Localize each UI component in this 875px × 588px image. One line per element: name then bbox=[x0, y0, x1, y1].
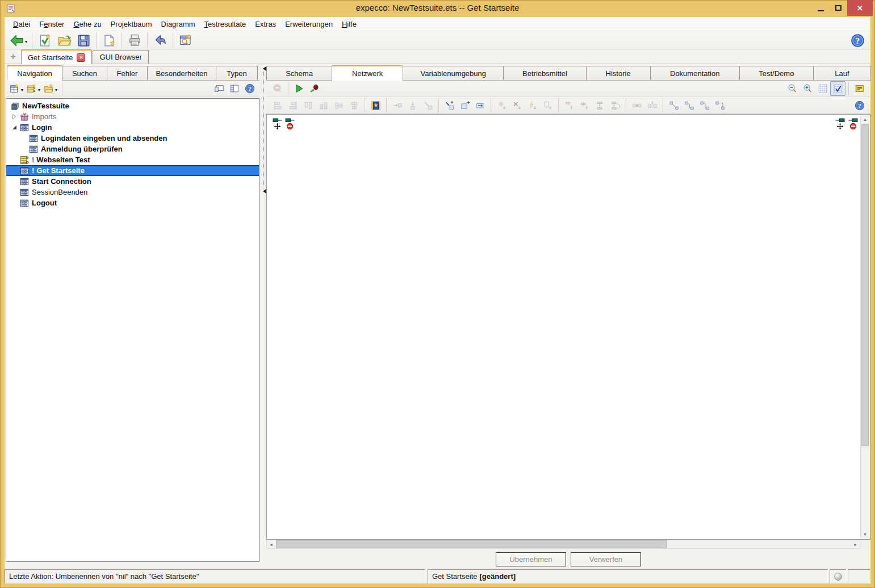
left-tab-fehler[interactable]: Fehler bbox=[107, 66, 148, 80]
undo-button[interactable] bbox=[150, 32, 170, 49]
tree-item-login[interactable]: Login bbox=[6, 122, 259, 133]
tree-expander-collapsed[interactable] bbox=[11, 114, 18, 119]
right-tab-variablenumgebung[interactable]: Variablenumgebung bbox=[403, 66, 504, 80]
horizontal-scroll-thumb[interactable] bbox=[276, 540, 667, 548]
add-tab-button[interactable]: + bbox=[7, 51, 19, 62]
horizontal-scrollbar[interactable] bbox=[266, 540, 860, 549]
pin-move-pin[interactable] bbox=[273, 117, 282, 130]
menu-projektbaum[interactable]: Projektbaum bbox=[106, 18, 157, 30]
new-steps-button[interactable] bbox=[25, 81, 42, 96]
new-folder-button[interactable] bbox=[42, 81, 59, 96]
print-button[interactable] bbox=[125, 32, 144, 49]
detach-window-button[interactable] bbox=[211, 81, 227, 96]
run-button[interactable] bbox=[291, 81, 307, 96]
close-icon bbox=[857, 3, 863, 13]
scroll-left-icon[interactable] bbox=[267, 540, 275, 548]
line-ortho-icon bbox=[715, 100, 725, 111]
split-window-button[interactable] bbox=[227, 81, 242, 96]
right-tab-schema[interactable]: Schema bbox=[266, 66, 332, 80]
toolbar-separator bbox=[122, 32, 122, 48]
add-input-pin-button[interactable] bbox=[442, 98, 457, 113]
right-tab-historie[interactable]: Historie bbox=[586, 66, 651, 80]
tree-item-webseiten-test[interactable]: !Webseiten Test bbox=[6, 154, 259, 165]
left-tab-besonderheiten[interactable]: Besonderheiten bbox=[147, 66, 216, 80]
tree-item-newtestsuite[interactable]: NewTestsuite bbox=[6, 100, 259, 111]
grid-button[interactable] bbox=[815, 81, 830, 96]
scroll-up-icon[interactable] bbox=[861, 115, 869, 124]
right-tab-lauf[interactable]: Lauf bbox=[813, 66, 871, 80]
left-tab-navigation[interactable]: Navigation bbox=[7, 65, 62, 81]
tree-item-imports[interactable]: Imports bbox=[6, 111, 259, 122]
menu-hilfe[interactable]: Hilfe bbox=[337, 18, 361, 30]
discard-button[interactable]: Verwerfen bbox=[571, 552, 641, 566]
back-arrow-button[interactable] bbox=[8, 32, 29, 49]
line-ortho-button[interactable] bbox=[712, 98, 727, 113]
tab-label: Get Startseite bbox=[28, 53, 73, 62]
right-tab-test-demo[interactable]: Test/Demo bbox=[739, 66, 814, 80]
maximize-button[interactable] bbox=[830, 0, 847, 16]
tree-item-anmeldung-berpr-fen[interactable]: Anmeldung überprüfen bbox=[6, 144, 259, 154]
new-check-document-button[interactable] bbox=[35, 32, 55, 49]
pin-block-pin[interactable] bbox=[848, 117, 858, 130]
new-document-icon bbox=[102, 33, 116, 48]
menu-diagramm[interactable]: Diagramm bbox=[157, 18, 200, 30]
debug-button[interactable] bbox=[307, 81, 322, 96]
tree-item-logout[interactable]: Logout bbox=[6, 198, 259, 208]
tree-item-label: Get Startseite bbox=[36, 166, 85, 175]
right-tab-betriebsmittel[interactable]: Betriebsmittel bbox=[503, 66, 586, 80]
menu-gehe-zu[interactable]: Gehe zu bbox=[69, 18, 106, 30]
align-top-icon bbox=[303, 100, 313, 111]
close-button[interactable] bbox=[847, 0, 873, 16]
menu-testresultate[interactable]: Testresultate bbox=[200, 18, 251, 30]
right-tab-netzwerk[interactable]: Netzwerk bbox=[332, 65, 403, 81]
scroll-right-icon[interactable] bbox=[851, 540, 860, 548]
vertical-scrollbar[interactable] bbox=[860, 115, 869, 539]
add-block-button[interactable] bbox=[457, 98, 472, 113]
menu-datei[interactable]: Datei bbox=[9, 18, 35, 30]
scroll-down-icon[interactable] bbox=[861, 530, 869, 539]
pin-move-pin[interactable] bbox=[835, 117, 845, 130]
minimize-button[interactable] bbox=[812, 0, 830, 16]
panel-splitter[interactable] bbox=[260, 66, 266, 194]
grid-snap-button[interactable] bbox=[830, 81, 845, 96]
line-direct-button[interactable] bbox=[666, 98, 681, 113]
help-button[interactable]: ? bbox=[848, 32, 867, 49]
line-curve-button[interactable] bbox=[681, 98, 697, 113]
line-curve-icon bbox=[684, 100, 694, 111]
apply-button[interactable]: Übernehmen bbox=[496, 552, 566, 566]
open-folder-button[interactable] bbox=[55, 32, 74, 49]
tree-item-sessionbeenden[interactable]: SessionBeenden bbox=[6, 187, 259, 198]
editor-tab-get-startseite[interactable]: Get Startseite bbox=[21, 49, 92, 64]
right-tab-dokumentation[interactable]: Dokumentation bbox=[650, 66, 740, 80]
left-tab-typen[interactable]: Typen bbox=[216, 66, 258, 80]
tree-item-label: Login bbox=[32, 123, 52, 132]
menu-extras[interactable]: Extras bbox=[250, 18, 280, 30]
vertical-scroll-thumb[interactable] bbox=[861, 124, 869, 446]
insert-block-button[interactable] bbox=[368, 98, 383, 113]
pin-block-pin[interactable] bbox=[285, 117, 295, 130]
grid-snap-icon bbox=[833, 83, 843, 94]
zoom-in-button[interactable] bbox=[799, 81, 815, 96]
tree-expander-expanded[interactable] bbox=[11, 125, 18, 130]
diagram-canvas[interactable] bbox=[266, 114, 870, 540]
editor-tab-gui-browser[interactable]: GUI Browser bbox=[93, 50, 148, 64]
left-tab-suchen[interactable]: Suchen bbox=[62, 66, 107, 80]
tree-item-label: Logindaten eingeben und absenden bbox=[41, 134, 167, 142]
add-output-pin-button[interactable] bbox=[472, 98, 488, 113]
tree-item-get-startseite[interactable]: !Get Startseite bbox=[6, 165, 259, 176]
navigation-tree[interactable]: NewTestsuiteImportsLoginLogindaten einge… bbox=[6, 98, 259, 562]
help-button[interactable]: ? bbox=[852, 98, 867, 113]
find-window-button[interactable] bbox=[176, 32, 195, 49]
save-button[interactable] bbox=[74, 32, 93, 49]
menu-fenster[interactable]: Fenster bbox=[35, 18, 69, 30]
line-step-button[interactable] bbox=[697, 98, 712, 113]
tree-item-logindaten-eingeben-und-absenden[interactable]: Logindaten eingeben und absenden bbox=[6, 133, 259, 144]
close-tab-icon[interactable] bbox=[77, 53, 85, 62]
new-block-button[interactable] bbox=[8, 81, 25, 96]
zoom-out-button[interactable] bbox=[784, 81, 799, 96]
help-button[interactable]: ? bbox=[242, 81, 257, 96]
diagram-list-button[interactable] bbox=[852, 81, 867, 96]
menu-erweiterungen[interactable]: Erweiterungen bbox=[280, 18, 337, 30]
tree-item-start-connection[interactable]: Start Connection bbox=[6, 176, 259, 187]
new-document-button[interactable] bbox=[99, 32, 119, 49]
